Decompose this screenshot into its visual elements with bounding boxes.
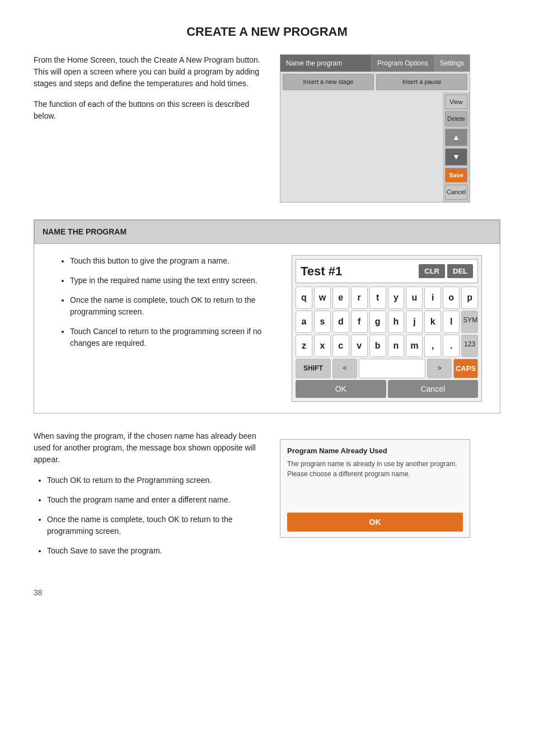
keyboard-ok-button[interactable]: OK [296, 380, 386, 398]
insert-pause-button[interactable]: Insert a pause [376, 74, 467, 90]
key-y[interactable]: y [388, 287, 405, 309]
delete-button[interactable]: Delete [445, 111, 467, 126]
error-bullet-1: Touch OK to return to the Programming sc… [47, 475, 269, 486]
program-main-area [280, 92, 443, 202]
keyboard-display: Test #1 CLR DEL [296, 259, 478, 283]
intro-paragraph-1: From the Home Screen, touch the Create A… [34, 54, 269, 90]
intro-paragraph-2: The function of each of the buttons on t… [34, 98, 269, 122]
name-bullets-list: Touch this button to give the program a … [57, 255, 269, 349]
error-box-right: Program Name Already Used The program na… [280, 430, 500, 565]
program-options-button[interactable]: Program Options [372, 55, 434, 72]
key-r[interactable]: r [351, 287, 368, 309]
caps-button[interactable]: CAPS [453, 359, 478, 379]
key-s[interactable]: s [314, 311, 331, 333]
program-sidebar: View Delete ▲ ▼ Save Cancel [443, 92, 470, 202]
key-g[interactable]: g [369, 311, 386, 333]
key-x[interactable]: x [314, 335, 331, 357]
keyboard-cancel-button[interactable]: Cancel [388, 380, 479, 398]
settings-button[interactable]: Settings [434, 55, 470, 72]
insert-stage-button[interactable]: Insert a new stage [283, 74, 374, 90]
cancel-button[interactable]: Cancel [445, 185, 467, 200]
error-box-body: The program name is already in use by an… [287, 459, 463, 479]
key-n[interactable]: n [388, 335, 405, 357]
down-arrow-button[interactable]: ▼ [445, 148, 467, 166]
program-screen-mockup: Name the program Program Options Setting… [280, 54, 470, 203]
error-ok-button[interactable]: OK [287, 513, 463, 532]
space-key[interactable] [359, 359, 426, 379]
key-sym[interactable]: SYM [461, 311, 478, 333]
error-message-box: Program Name Already Used The program na… [280, 439, 470, 538]
error-section: When saving the program, if the chosen n… [34, 430, 500, 565]
error-bullet-4: Touch Save to save the program. [47, 545, 269, 557]
name-bullet-2: Type in the required name using the text… [70, 275, 269, 287]
key-d[interactable]: d [332, 311, 349, 333]
view-button[interactable]: View [445, 95, 467, 110]
key-m[interactable]: m [406, 335, 423, 357]
error-bullet-3: Once the name is complete, touch OK to r… [47, 514, 269, 537]
name-section-left: Touch this button to give the program a … [45, 255, 280, 402]
section-header: NAME THE PROGRAM [34, 220, 500, 244]
error-intro: When saving the program, if the chosen n… [34, 430, 269, 466]
key-period[interactable]: . [443, 335, 460, 357]
key-z[interactable]: z [296, 335, 312, 357]
key-comma[interactable]: , [424, 335, 441, 357]
error-box-title: Program Name Already Used [287, 445, 463, 457]
key-c[interactable]: c [332, 335, 349, 357]
error-bullet-2: Touch the program name and enter a diffe… [47, 494, 269, 506]
key-q[interactable]: q [296, 287, 312, 309]
keyboard-row-3: z x c v b n m , . 123 [296, 335, 478, 357]
page-number: 38 [34, 587, 500, 599]
shift-button[interactable]: SHIFT [296, 359, 331, 379]
up-arrow-button[interactable]: ▲ [445, 129, 467, 146]
error-description-left: When saving the program, if the chosen n… [34, 430, 269, 565]
key-e[interactable]: e [332, 287, 349, 309]
key-a[interactable]: a [296, 311, 312, 333]
save-button[interactable]: Save [445, 168, 467, 183]
key-v[interactable]: v [351, 335, 368, 357]
name-program-button[interactable]: Name the program [280, 55, 372, 72]
page-title: CREATE A NEW PROGRAM [34, 22, 500, 41]
clr-button[interactable]: CLR [419, 264, 445, 278]
name-section-right: Test #1 CLR DEL q w e r t y u i o p [292, 255, 489, 402]
keyboard-row-2: a s d f g h j k l SYM [296, 311, 478, 333]
key-123[interactable]: 123 [461, 335, 478, 357]
key-w[interactable]: w [314, 287, 331, 309]
name-program-section: NAME THE PROGRAM Touch this button to gi… [34, 219, 500, 414]
key-i[interactable]: i [424, 287, 441, 309]
keyboard-bottom-row: OK Cancel [296, 380, 478, 398]
key-b[interactable]: b [369, 335, 386, 357]
keyboard-row-4: SHIFT < > CAPS [296, 359, 478, 379]
lt-button[interactable]: < [332, 359, 357, 379]
keyboard-display-text: Test #1 [301, 262, 419, 280]
key-j[interactable]: j [406, 311, 423, 333]
name-bullet-4: Touch Cancel to return to the programmin… [70, 326, 269, 349]
key-l[interactable]: l [443, 311, 460, 333]
name-bullet-1: Touch this button to give the program a … [70, 255, 269, 267]
key-k[interactable]: k [424, 311, 441, 333]
key-o[interactable]: o [443, 287, 460, 309]
key-f[interactable]: f [351, 311, 368, 333]
keyboard-mockup: Test #1 CLR DEL q w e r t y u i o p [292, 255, 482, 402]
error-bullets: Touch OK to return to the Programming sc… [34, 475, 269, 557]
keyboard-row-1: q w e r t y u i o p [296, 287, 478, 309]
key-t[interactable]: t [369, 287, 386, 309]
name-bullet-3: Once the name is complete, touch OK to r… [70, 294, 269, 318]
gt-button[interactable]: > [427, 359, 452, 379]
key-h[interactable]: h [388, 311, 405, 333]
key-p[interactable]: p [461, 287, 478, 309]
key-u[interactable]: u [406, 287, 423, 309]
del-button[interactable]: DEL [447, 264, 473, 278]
